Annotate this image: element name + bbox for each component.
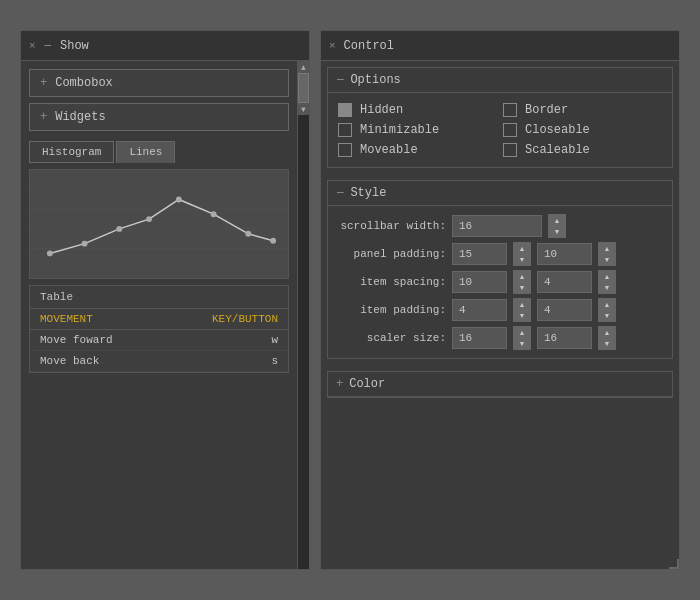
scroll-thumb[interactable] <box>298 73 309 103</box>
scaler-size-input2[interactable] <box>537 327 592 349</box>
style-grid: scrollbar width: ▲ ▼ panel padding: ▲ <box>328 206 672 358</box>
option-hidden-label: Hidden <box>360 103 403 117</box>
left-panel-titlebar: × − Show <box>21 31 309 61</box>
scaler-size-down2[interactable]: ▼ <box>599 338 615 349</box>
panel-padding-spinner2[interactable]: ▲ ▼ <box>598 242 616 266</box>
option-closeable[interactable]: Closeable <box>503 123 662 137</box>
color-expand-icon[interactable]: + <box>336 377 343 391</box>
left-close-button[interactable]: × <box>29 40 36 52</box>
checkbox-scaleable[interactable] <box>503 143 517 157</box>
widgets-expand-icon: + <box>40 110 47 124</box>
item-padding-spinner1[interactable]: ▲ ▼ <box>513 298 531 322</box>
scroll-down-arrow[interactable]: ▼ <box>298 103 309 115</box>
option-border[interactable]: Border <box>503 103 662 117</box>
color-section-header: + Color <box>328 372 672 397</box>
left-panel-body: + Combobox + Widgets Histogram Lines <box>21 61 309 569</box>
option-closeable-label: Closeable <box>525 123 590 137</box>
option-border-label: Border <box>525 103 568 117</box>
option-minimizable[interactable]: Minimizable <box>338 123 497 137</box>
scaler-size-down1[interactable]: ▼ <box>514 338 530 349</box>
svg-point-10 <box>211 211 217 217</box>
option-moveable[interactable]: Moveable <box>338 143 497 157</box>
left-scrollbar[interactable]: ▲ ▼ <box>297 61 309 569</box>
table-columns: MOVEMENT KEY/BUTTON <box>30 309 288 330</box>
scaler-size-up1[interactable]: ▲ <box>514 327 530 338</box>
item-padding-up2[interactable]: ▲ <box>599 299 615 310</box>
checkbox-border[interactable] <box>503 103 517 117</box>
options-section: − Options Hidden Border Minimizable <box>327 67 673 168</box>
item-padding-down2[interactable]: ▼ <box>599 310 615 321</box>
left-content-area: + Combobox + Widgets Histogram Lines <box>21 61 309 381</box>
style-row-scaler: scaler size: ▲ ▼ ▲ ▼ <box>336 326 664 350</box>
left-minimize-button[interactable]: − <box>44 39 52 53</box>
right-panel-body: − Options Hidden Border Minimizable <box>321 61 679 569</box>
item-spacing-input1[interactable] <box>452 271 507 293</box>
option-minimizable-label: Minimizable <box>360 123 439 137</box>
option-scaleable[interactable]: Scaleable <box>503 143 662 157</box>
scaler-size-label: scaler size: <box>336 332 446 344</box>
checkbox-moveable[interactable] <box>338 143 352 157</box>
panel-padding-spinner1[interactable]: ▲ ▼ <box>513 242 531 266</box>
resize-handle[interactable] <box>669 559 679 569</box>
row-key-2: s <box>198 355 278 367</box>
item-spacing-down2[interactable]: ▼ <box>599 282 615 293</box>
panel-padding-input1[interactable] <box>452 243 507 265</box>
options-title: Options <box>350 73 400 87</box>
item-padding-down1[interactable]: ▼ <box>514 310 530 321</box>
scroll-up-arrow[interactable]: ▲ <box>298 61 309 73</box>
scaler-size-spinner1[interactable]: ▲ ▼ <box>513 326 531 350</box>
style-row-scrollbar: scrollbar width: ▲ ▼ <box>336 214 664 238</box>
svg-point-12 <box>270 238 276 244</box>
scaler-size-up2[interactable]: ▲ <box>599 327 615 338</box>
scrollbar-width-input[interactable] <box>452 215 542 237</box>
right-close-button[interactable]: × <box>329 40 336 52</box>
item-padding-input1[interactable] <box>452 299 507 321</box>
color-section: + Color <box>327 371 673 398</box>
combobox-label: Combobox <box>55 76 113 90</box>
svg-point-8 <box>146 216 152 222</box>
option-moveable-label: Moveable <box>360 143 418 157</box>
item-padding-input2[interactable] <box>537 299 592 321</box>
option-hidden[interactable]: Hidden <box>338 103 497 117</box>
scrollbar-width-down[interactable]: ▼ <box>549 226 565 237</box>
item-spacing-input2[interactable] <box>537 271 592 293</box>
options-collapse-button[interactable]: − <box>336 73 344 87</box>
style-collapse-button[interactable]: − <box>336 186 344 200</box>
scrollbar-width-up[interactable]: ▲ <box>549 215 565 226</box>
svg-point-9 <box>176 197 182 203</box>
panel-padding-input2[interactable] <box>537 243 592 265</box>
tab-lines[interactable]: Lines <box>116 141 175 163</box>
option-scaleable-label: Scaleable <box>525 143 590 157</box>
item-spacing-spinner1[interactable]: ▲ ▼ <box>513 270 531 294</box>
right-panel: × Control − Options Hidden Border <box>320 30 680 570</box>
item-padding-label: item padding: <box>336 304 446 316</box>
table-header: Table <box>30 286 288 309</box>
item-spacing-up1[interactable]: ▲ <box>514 271 530 282</box>
item-padding-spinner2[interactable]: ▲ ▼ <box>598 298 616 322</box>
panel-padding-up1[interactable]: ▲ <box>514 243 530 254</box>
panel-padding-down2[interactable]: ▼ <box>599 254 615 265</box>
left-panel-title: Show <box>60 39 89 53</box>
tab-histogram[interactable]: Histogram <box>29 141 114 163</box>
svg-point-5 <box>47 251 53 257</box>
widgets-row[interactable]: + Widgets <box>29 103 289 131</box>
style-row-item-padding: item padding: ▲ ▼ ▲ ▼ <box>336 298 664 322</box>
item-spacing-down1[interactable]: ▼ <box>514 282 530 293</box>
row-movement-2: Move back <box>40 355 198 367</box>
checkbox-minimizable[interactable] <box>338 123 352 137</box>
style-title: Style <box>350 186 386 200</box>
checkbox-closeable[interactable] <box>503 123 517 137</box>
panel-padding-up2[interactable]: ▲ <box>599 243 615 254</box>
item-spacing-spinner2[interactable]: ▲ ▼ <box>598 270 616 294</box>
panel-padding-down1[interactable]: ▼ <box>514 254 530 265</box>
checkbox-hidden[interactable] <box>338 103 352 117</box>
scaler-size-spinner2[interactable]: ▲ ▼ <box>598 326 616 350</box>
item-spacing-up2[interactable]: ▲ <box>599 271 615 282</box>
item-padding-up1[interactable]: ▲ <box>514 299 530 310</box>
combobox-row[interactable]: + Combobox <box>29 69 289 97</box>
left-panel: × − Show + Combobox + Widgets Histogram … <box>20 30 310 570</box>
scrollbar-width-spinner[interactable]: ▲ ▼ <box>548 214 566 238</box>
scaler-size-input1[interactable] <box>452 327 507 349</box>
row-movement-1: Move foward <box>40 334 198 346</box>
style-section-header: − Style <box>328 181 672 206</box>
